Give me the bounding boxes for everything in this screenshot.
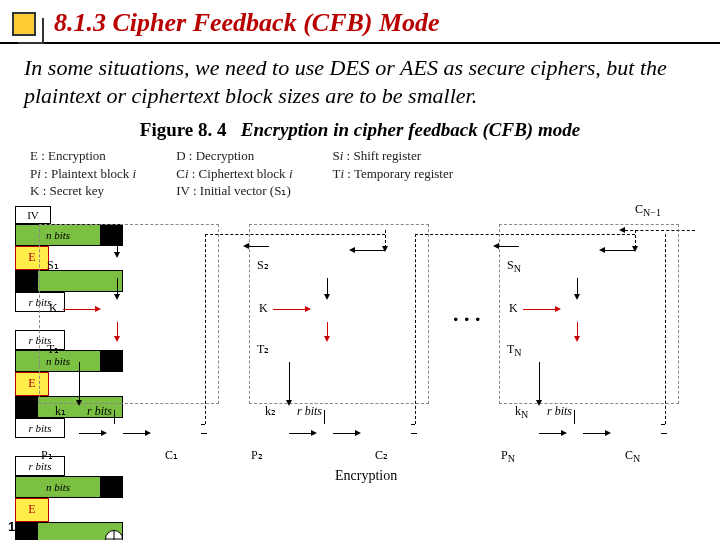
s-label: S₁ [47,258,59,273]
figure-title: Encryption in cipher feedback (CFB) mode [241,119,580,140]
cfb-diagram: CN−1IVS₁n bitsKET₁k₁r bitsr bitsP₁r bits… [15,206,705,496]
arrow-line [289,433,313,434]
legend-line: Si : Shift register [333,147,454,165]
k-label: K [49,301,58,316]
arrow-head [95,306,101,312]
arrow-line [114,410,115,424]
arrow-line [539,433,563,434]
figure-caption: Figure 8. 4 Encryption in cipher feedbac… [0,119,720,141]
arrow-line [123,433,147,434]
arrow-line [355,250,385,251]
arrow-head [305,306,311,312]
dash-line [411,424,415,425]
p-label: PN [501,448,515,464]
k-i-label: k₂ [265,404,276,419]
arrow-line [574,410,575,424]
arrow-head [574,294,580,300]
reg-head [16,397,38,417]
arrow-head [536,400,542,406]
stage-frame [499,224,679,404]
dash-line [661,424,665,425]
plaintext-box: r bits [15,418,65,438]
nbits-label: n bits [16,477,100,497]
arrow-line [605,250,635,251]
k-label: K [259,301,268,316]
legend-line: Pi : Plaintext block i [30,165,136,183]
arrow-line [539,362,540,402]
arrow-head [114,294,120,300]
arrow-line [324,410,325,424]
arrow-head [349,247,355,253]
stage-frame [249,224,429,404]
dash-line [411,433,417,434]
arrow-head [114,252,120,258]
arrow-line [333,433,357,434]
legend-line: Ci : Ciphertext block i [176,165,292,183]
c-label: C₁ [165,448,178,463]
arrow-line [583,433,607,434]
t-label: T₂ [257,342,269,357]
arrow-line [289,362,290,402]
arrow-head [605,430,611,436]
shift-register: n bits [15,476,123,498]
arrow-head [632,246,638,252]
p-label: P₁ [41,448,53,463]
rbits-label-small: r bits [87,404,112,419]
c-label: C₂ [375,448,388,463]
arrow-head [101,430,107,436]
p-label: P₂ [251,448,263,463]
figure-label: Figure 8. 4 [140,119,227,140]
ciphertext-box: r bits [15,456,65,476]
arrow-head [355,430,361,436]
legend-line: E : Encryption [30,147,136,165]
iv-box: IV [15,206,51,224]
reg-head [16,271,38,291]
arrow-head [76,400,82,406]
page-number: 15 [8,519,22,534]
feedback-label: CN−1 [635,202,661,218]
k-label: K [509,301,518,316]
encryption-caption: Encryption [335,468,397,484]
k-i-label: k₁ [55,404,66,419]
reg-tail [100,477,122,497]
arrow-line [273,309,307,310]
body-paragraph: In some situations, we need to use DES o… [0,44,720,115]
arrow-head [599,247,605,253]
s-label: S₂ [257,258,269,273]
arrow-head [145,430,151,436]
dash-line [665,234,666,424]
arrow-head [561,430,567,436]
arrow-line [249,246,269,247]
legend-line: Ti : Temporary register [333,165,454,183]
arrow-head [555,306,561,312]
dash-line [201,424,205,425]
arrow-head [574,336,580,342]
legend-col-2: D : DecryptionCi : Ciphertext block iIV … [176,147,292,200]
arrow-head [286,400,292,406]
arrow-line [79,433,103,434]
t-label: T₁ [47,342,59,357]
legend-line: K : Secret key [30,182,136,200]
arrow-line [499,246,519,247]
k-i-label: kN [515,404,528,420]
legend: E : EncryptionPi : Plaintext block iK : … [0,147,720,200]
arrow-head [382,246,388,252]
arrow-head [324,294,330,300]
arrow-line [523,309,557,310]
dash-line [205,234,206,424]
c-label: CN [625,448,640,464]
s-label: SN [507,258,521,274]
arrow-line [63,309,97,310]
dash-line [661,433,667,434]
t-label: TN [507,342,522,358]
dash-line [201,433,207,434]
slide-title: 8.1.3 Cipher Feedback (CFB) Mode [54,8,440,38]
arrow-head [114,336,120,342]
stage-frame [39,224,219,404]
legend-line: IV : Initial vector (S₁) [176,182,292,200]
dash-line [415,234,416,424]
arrow-line [79,362,80,402]
slide-bullet-icon [12,12,36,36]
arrow-head [243,243,249,249]
arrow-head [324,336,330,342]
